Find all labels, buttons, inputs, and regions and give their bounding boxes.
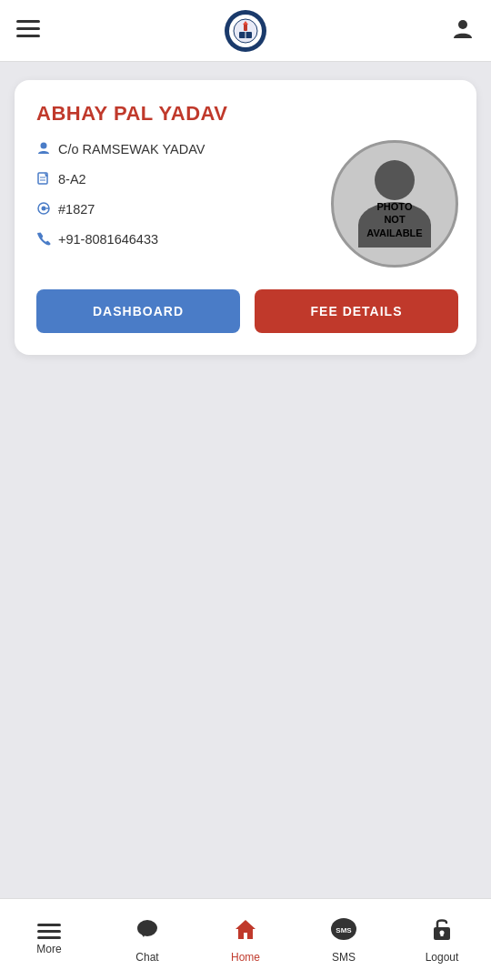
sms-icon: SMS	[329, 916, 358, 947]
nav-item-sms[interactable]: SMS SMS	[312, 916, 376, 964]
phone-text: +91-8081646433	[58, 230, 158, 248]
card-body: C/o RAMSEWAK YADAV 8-A2	[36, 140, 458, 268]
header	[0, 0, 491, 62]
logout-label: Logout	[426, 951, 459, 964]
roll-text: #1827	[58, 200, 95, 218]
person-icon	[36, 141, 51, 159]
student-photo: PHOTONOTAVAILABLE	[331, 140, 458, 268]
at-icon	[36, 201, 51, 219]
profile-icon[interactable]	[451, 16, 475, 45]
class-text: 8-A2	[58, 170, 86, 188]
menu-icon[interactable]	[16, 20, 40, 42]
guardian-text: C/o RAMSEWAK YADAV	[58, 140, 205, 158]
student-info: C/o RAMSEWAK YADAV 8-A2	[36, 140, 322, 260]
phone-row: +91-8081646433	[36, 230, 322, 249]
svg-marker-18	[235, 920, 256, 939]
photo-overlay: PHOTONOTAVAILABLE	[334, 200, 456, 239]
photo-circle: PHOTONOTAVAILABLE	[331, 140, 458, 268]
svg-rect-0	[16, 20, 40, 23]
phone-icon	[36, 231, 51, 249]
edit-icon	[36, 171, 51, 189]
profile-card: ABHAY PAL YADAV C/o RAMSEWAK YADAV	[15, 80, 476, 355]
svg-rect-23	[441, 933, 444, 936]
sms-label: SMS	[332, 951, 356, 964]
avatar-head	[375, 160, 415, 200]
main-content: ABHAY PAL YADAV C/o RAMSEWAK YADAV	[0, 62, 491, 373]
home-icon	[233, 916, 258, 947]
svg-point-8	[458, 20, 467, 29]
fee-details-button[interactable]: FEE DETAILS	[255, 289, 458, 333]
nav-item-home[interactable]: Home	[214, 916, 277, 964]
nav-item-more[interactable]: More	[17, 924, 81, 955]
more-icon	[37, 924, 61, 939]
guardian-row: C/o RAMSEWAK YADAV	[36, 140, 322, 159]
bottom-nav: More Chat Home SMS SMS	[0, 898, 491, 980]
nav-item-chat[interactable]: Chat	[115, 916, 179, 964]
nav-item-logout[interactable]: Logout	[410, 916, 474, 964]
class-row: 8-A2	[36, 170, 322, 189]
chat-label: Chat	[135, 951, 158, 964]
logout-icon	[430, 916, 454, 947]
home-label: Home	[231, 951, 260, 964]
svg-point-16	[137, 920, 157, 936]
svg-rect-4	[244, 24, 247, 31]
svg-point-9	[41, 143, 47, 149]
app-logo	[225, 10, 266, 52]
chat-icon	[135, 916, 160, 947]
svg-rect-2	[16, 35, 40, 37]
svg-point-14	[42, 207, 46, 211]
more-label: More	[36, 943, 61, 955]
dashboard-button[interactable]: DASHBOARD	[36, 289, 240, 333]
card-buttons: DASHBOARD FEE DETAILS	[36, 289, 458, 333]
svg-text:SMS: SMS	[336, 926, 352, 935]
student-name: ABHAY PAL YADAV	[36, 102, 458, 126]
roll-row: #1827	[36, 200, 322, 219]
photo-not-available-text: PHOTONOTAVAILABLE	[334, 200, 456, 239]
svg-rect-1	[16, 27, 40, 30]
